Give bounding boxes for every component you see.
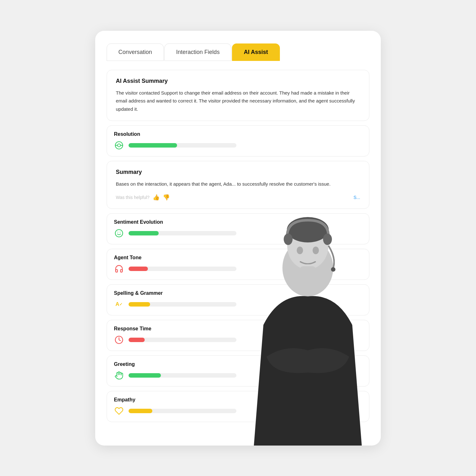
- svg-point-1: [117, 144, 120, 147]
- response-time-progress-track: [129, 338, 236, 342]
- greeting-progress-track: [129, 373, 236, 378]
- spelling-progress-fill: [129, 302, 150, 307]
- greeting-card: Greeting: [107, 355, 369, 387]
- thumbs-up-icon[interactable]: 👍: [153, 194, 160, 201]
- empathy-progress-fill: [129, 409, 152, 413]
- response-time-card: Response Time: [107, 320, 369, 351]
- sentiment-icon: [114, 228, 124, 238]
- resolution-card: Resolution: [107, 125, 369, 156]
- thumbs-down-icon[interactable]: 👎: [163, 194, 170, 201]
- empathy-title: Empathy: [114, 397, 360, 403]
- agent-tone-title: Agent Tone: [114, 255, 360, 261]
- empathy-progress-track: [129, 409, 236, 413]
- ai-assist-summary-text: The visitor contacted Support to change …: [116, 89, 360, 113]
- sentiment-progress-track: [129, 231, 236, 235]
- ai-assist-summary-title: AI Assist Summary: [116, 78, 360, 84]
- spelling-icon: A✓: [114, 299, 124, 309]
- empathy-card: Empathy: [107, 391, 369, 422]
- tab-conversation[interactable]: Conversation: [107, 43, 164, 61]
- tab-ai-assist[interactable]: AI Assist: [232, 43, 280, 61]
- sentiment-evolution-title: Sentiment Evolution: [114, 219, 360, 225]
- summary-card: Summary Bases on the interaction, it app…: [107, 161, 369, 209]
- helpful-label: Was this helpful?: [116, 195, 149, 200]
- ai-assist-summary-card: AI Assist Summary The visitor contacted …: [107, 70, 369, 121]
- spelling-grammar-card: Spelling & Grammer A✓: [107, 284, 369, 315]
- resolution-title: Resolution: [114, 131, 360, 137]
- summary-title: Summary: [116, 169, 360, 175]
- spelling-grammar-title: Spelling & Grammer: [114, 290, 360, 296]
- greeting-title: Greeting: [114, 361, 360, 367]
- greeting-progress-fill: [129, 373, 161, 378]
- greeting-icon: [114, 370, 124, 380]
- spelling-progress-track: [129, 302, 236, 307]
- agent-tone-progress-track: [129, 267, 236, 271]
- summary-text: Bases on the interaction, it appears tha…: [116, 180, 360, 188]
- response-time-title: Response Time: [114, 326, 360, 332]
- tab-interaction-fields[interactable]: Interaction Fields: [164, 43, 231, 61]
- tab-bar: Conversation Interaction Fields AI Assis…: [107, 43, 369, 61]
- resolution-progress-track: [129, 143, 236, 148]
- sentiment-evolution-card: Sentiment Evolution: [107, 213, 369, 244]
- see-more-link[interactable]: S...: [354, 195, 360, 200]
- svg-point-4: [115, 229, 122, 237]
- agent-tone-card: Agent Tone: [107, 249, 369, 280]
- resolution-progress-fill: [129, 143, 177, 148]
- response-time-icon: [114, 335, 124, 345]
- response-time-progress-fill: [129, 338, 145, 342]
- resolution-icon: [114, 140, 124, 150]
- agent-tone-icon: [114, 264, 124, 274]
- agent-tone-progress-fill: [129, 267, 148, 271]
- main-container: Conversation Interaction Fields AI Assis…: [95, 31, 381, 446]
- sentiment-progress-fill: [129, 231, 159, 235]
- empathy-icon: [114, 406, 124, 416]
